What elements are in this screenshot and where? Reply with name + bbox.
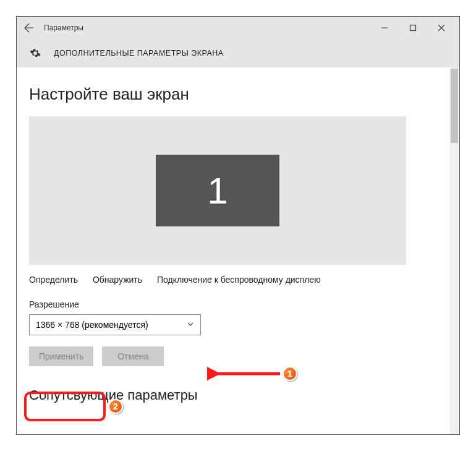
annotation-highlight-apply <box>24 392 106 421</box>
cancel-button[interactable]: Отмена <box>102 346 164 366</box>
maximize-button[interactable] <box>399 19 427 37</box>
resolution-select[interactable]: 1366 × 768 (рекомендуется) <box>29 314 201 335</box>
settings-window: Параметры ДОПОЛНИТЕЛЬНЫЕ ПАРАМЕТРЫ ЭКРАН… <box>16 16 460 435</box>
identify-link[interactable]: Определить <box>29 275 78 285</box>
display-arrangement-area[interactable]: 1 <box>29 116 406 265</box>
resolution-label: Разрешение <box>29 299 447 309</box>
annotation-badge-1: 1 <box>283 366 297 381</box>
back-button[interactable] <box>20 19 38 37</box>
section-title: Настройте ваш экран <box>29 85 447 104</box>
resolution-value: 1366 × 768 (рекомендуется) <box>36 320 148 330</box>
display-number: 1 <box>207 170 227 212</box>
detect-link[interactable]: Обнаружить <box>93 275 142 285</box>
display-tile-1[interactable]: 1 <box>156 155 279 226</box>
scrollbar[interactable] <box>449 67 459 434</box>
window-title: Параметры <box>44 24 83 32</box>
breadcrumb: ДОПОЛНИТЕЛЬНЫЕ ПАРАМЕТРЫ ЭКРАНА <box>54 49 224 58</box>
button-row: Применить Отмена <box>29 346 447 366</box>
minimize-button[interactable] <box>370 19 399 37</box>
titlebar: Параметры <box>17 17 459 39</box>
chevron-down-icon <box>187 320 194 330</box>
wireless-display-link[interactable]: Подключение к беспроводному дисплею <box>157 275 321 285</box>
annotation-badge-2: 2 <box>108 399 123 414</box>
scrollbar-thumb[interactable] <box>451 69 458 143</box>
display-action-links: Определить Обнаружить Подключение к бесп… <box>29 275 447 285</box>
svg-rect-1 <box>410 25 416 31</box>
breadcrumb-bar: ДОПОЛНИТЕЛЬНЫЕ ПАРАМЕТРЫ ЭКРАНА <box>17 39 459 67</box>
close-button[interactable] <box>427 19 456 37</box>
annotation-arrow-1 <box>207 366 281 381</box>
gear-icon <box>29 47 41 59</box>
apply-button[interactable]: Применить <box>29 346 93 366</box>
